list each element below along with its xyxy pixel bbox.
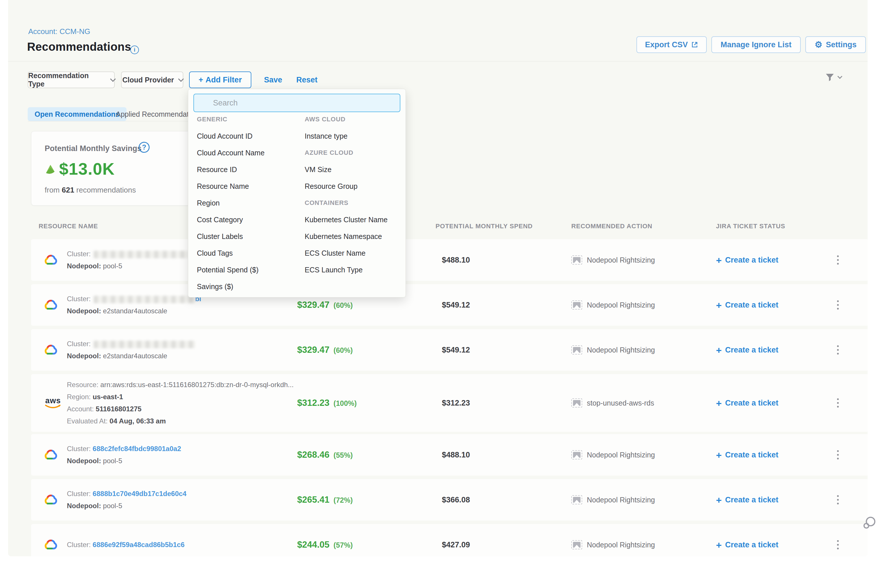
nodepool-label: Nodepool: <box>67 502 101 510</box>
tab-underline <box>28 121 192 122</box>
spend-value: $549.12 <box>442 346 470 354</box>
action-image-placeholder-icon <box>571 345 582 354</box>
row-menu-kebab[interactable] <box>835 493 841 507</box>
filter-option-potential-spend[interactable]: Potential Spend ($) <box>197 261 265 278</box>
account-label: Account: <box>67 405 94 413</box>
recommendation-type-filter[interactable]: Recommendation Type <box>28 72 115 88</box>
spend-value: $488.10 <box>442 256 470 265</box>
tab-open-recommendations[interactable]: Open Recommendations <box>28 107 126 121</box>
reset-filter-button[interactable]: Reset <box>296 72 318 88</box>
row-menu-kebab[interactable] <box>835 298 841 312</box>
settings-button[interactable]: ⚙ Settings <box>806 36 866 53</box>
cluster-link[interactable]: 6886e92f59a48cad86b5b1c6 <box>93 541 184 549</box>
row-menu-kebab[interactable] <box>835 396 841 410</box>
create-ticket-label: Create a ticket <box>725 346 778 354</box>
filter-option-vm-size[interactable]: VM Size <box>304 161 388 178</box>
save-filter-button[interactable]: Save <box>264 72 282 88</box>
spend-value: $312.23 <box>442 399 470 408</box>
recommended-action-label: Nodepool Rightsizing <box>587 541 655 549</box>
breadcrumb-account-link[interactable]: Account: CCM-NG <box>28 27 90 36</box>
help-icon[interactable]: ? <box>139 142 150 153</box>
savings-subtitle-suffix: recommendations <box>76 186 136 194</box>
nodepool-value: pool-5 <box>103 262 122 270</box>
nodepool-label: Nodepool: <box>67 262 101 270</box>
filter-option-cloud-tags[interactable]: Cloud Tags <box>197 245 265 261</box>
filter-option-resource-id[interactable]: Resource ID <box>197 161 265 178</box>
cloud-provider-filter[interactable]: Cloud Provider <box>121 72 183 88</box>
create-ticket-button[interactable]: +Create a ticket <box>716 301 778 310</box>
table-row[interactable]: aws Resource: arn:aws:rds:us-east-1:5116… <box>31 374 868 432</box>
create-ticket-label: Create a ticket <box>725 495 778 504</box>
table-row[interactable]: Cluster: 6886e92f59a48cad86b5b1c6 $244.0… <box>31 524 868 556</box>
savings-subtitle: from 621 recommendations <box>45 186 136 195</box>
table-row[interactable]: Cluster: Nodepool: pool-5 $488.10 Nodepo… <box>31 239 868 281</box>
settings-label: Settings <box>826 40 856 49</box>
filter-option-instance-type[interactable]: Instance type <box>304 128 388 144</box>
savings-percent: (60%) <box>333 301 353 310</box>
filter-option-resource-group[interactable]: Resource Group <box>304 178 388 195</box>
filter-option-kubernetes-namespace[interactable]: Kubernetes Namespace <box>304 228 388 245</box>
create-ticket-label: Create a ticket <box>725 540 778 549</box>
action-image-placeholder-icon <box>571 540 582 549</box>
create-ticket-button[interactable]: +Create a ticket <box>716 399 778 408</box>
create-ticket-button[interactable]: +Create a ticket <box>716 346 778 354</box>
chevron-down-icon <box>178 76 184 82</box>
create-ticket-button[interactable]: +Create a ticket <box>716 540 778 549</box>
filter-option-cost-category[interactable]: Cost Category <box>197 211 265 228</box>
action-image-placeholder-icon <box>571 495 582 504</box>
create-ticket-label: Create a ticket <box>725 399 778 408</box>
redacted-cluster-name <box>94 341 195 348</box>
cluster-label: Cluster: <box>67 295 91 303</box>
savings-percent: (57%) <box>333 541 353 549</box>
search-input[interactable] <box>194 94 400 112</box>
plus-icon: + <box>716 495 722 504</box>
row-menu-kebab[interactable] <box>835 343 841 357</box>
manage-ignore-list-button[interactable]: Manage Ignore List <box>711 36 801 53</box>
gcp-cloud-icon <box>44 538 58 551</box>
account-value: 511616801275 <box>96 405 141 413</box>
filter-option-cluster-labels[interactable]: Cluster Labels <box>197 228 265 245</box>
savings-value: $268.46 <box>297 450 330 460</box>
header-divider <box>8 61 868 62</box>
cluster-label: Cluster: <box>67 250 91 258</box>
filter-option-cloud-account-id[interactable]: Cloud Account ID <box>197 128 265 144</box>
region-value: us-east-1 <box>93 393 123 400</box>
add-filter-button[interactable]: + Add Filter <box>189 72 251 88</box>
nodepool-value: pool-5 <box>103 457 122 465</box>
create-ticket-button[interactable]: +Create a ticket <box>716 256 778 265</box>
nodepool-label: Nodepool: <box>67 457 101 465</box>
row-menu-kebab[interactable] <box>835 253 841 267</box>
evaluated-at-value: 04 Aug, 06:33 am <box>110 417 166 425</box>
spend-value: $549.12 <box>442 301 470 310</box>
recommendation-count: 621 <box>62 186 74 194</box>
potential-savings-card: Potential Monthly Savings ? $13.0K from … <box>31 131 198 206</box>
leaf-icon <box>44 163 57 175</box>
filter-option-cloud-account-name[interactable]: Cloud Account Name <box>197 144 265 161</box>
filter-option-savings[interactable]: Savings ($) <box>197 278 265 295</box>
cluster-link[interactable]: 688c2fefc84fbdc99801a0a2 <box>93 445 181 453</box>
table-row[interactable]: Cluster: Nodepool: e2standar4autoscale $… <box>31 329 868 370</box>
recommended-action-label: Nodepool Rightsizing <box>587 256 655 264</box>
export-csv-button[interactable]: Export CSV <box>636 36 707 53</box>
row-menu-kebab[interactable] <box>835 538 841 552</box>
support-help-icon[interactable] <box>862 515 878 532</box>
filter-option-ecs-launch-type[interactable]: ECS Launch Type <box>304 261 388 278</box>
filter-option-region[interactable]: Region <box>197 195 265 211</box>
filter-option-kubernetes-cluster-name[interactable]: Kubernetes Cluster Name <box>304 211 388 228</box>
filter-option-ecs-cluster-name[interactable]: ECS Cluster Name <box>304 245 388 261</box>
savings-subtitle-from: from <box>45 186 60 194</box>
plus-icon: + <box>716 346 722 354</box>
table-row[interactable]: Cluster:bi Nodepool: e2standar4autoscale… <box>31 284 868 326</box>
row-menu-kebab[interactable] <box>835 448 841 462</box>
spend-value: $366.08 <box>442 495 470 504</box>
filter-option-resource-name[interactable]: Resource Name <box>197 178 265 195</box>
info-icon[interactable]: i <box>130 45 139 54</box>
recommended-action-label: Nodepool Rightsizing <box>587 451 655 459</box>
gcp-cloud-icon <box>44 298 58 311</box>
filter-panel-toggle[interactable] <box>825 72 841 82</box>
table-row[interactable]: Cluster: 6888b1c70e49db17c1de60c4 Nodepo… <box>31 479 868 520</box>
create-ticket-button[interactable]: +Create a ticket <box>716 450 778 459</box>
create-ticket-button[interactable]: +Create a ticket <box>716 495 778 504</box>
table-row[interactable]: Cluster: 688c2fefc84fbdc99801a0a2 Nodepo… <box>31 434 868 476</box>
cluster-link[interactable]: 6888b1c70e49db17c1de60c4 <box>93 490 186 498</box>
